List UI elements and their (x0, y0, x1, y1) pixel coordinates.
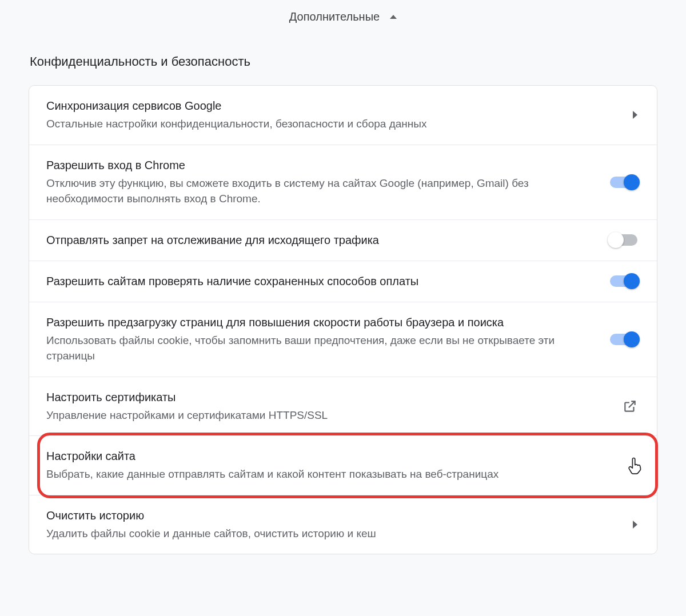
advanced-label: Дополнительные (289, 10, 380, 23)
row-title: Синхронизация сервисов Google (46, 98, 616, 114)
row-title: Разрешить предзагрузку страниц для повыш… (46, 315, 593, 330)
row-title: Настроить сертификаты (46, 390, 605, 405)
advanced-toggle[interactable]: Дополнительные (0, 0, 686, 31)
row-payment-check: Разрешить сайтам проверять наличие сохра… (29, 261, 657, 302)
row-subtitle: Отключив эту функцию, вы сможете входить… (46, 175, 593, 207)
row-text: Разрешить вход в Chrome Отключив эту фун… (46, 158, 610, 207)
row-title: Очистить историю (46, 508, 616, 523)
row-preload-pages: Разрешить предзагрузку страниц для повыш… (29, 302, 657, 377)
row-do-not-track: Отправлять запрет на отслеживание для ис… (29, 220, 657, 261)
row-subtitle: Удалить файлы cookie и данные сайтов, оч… (46, 526, 616, 542)
toggle-allow-signin[interactable] (610, 177, 637, 188)
chevron-right-icon (633, 111, 637, 119)
row-subtitle: Выбрать, какие данные отправлять сайтам … (46, 466, 616, 482)
row-text: Разрешить сайтам проверять наличие сохра… (46, 274, 610, 289)
chevron-right-icon (633, 521, 637, 529)
row-clear-history[interactable]: Очистить историю Удалить файлы cookie и … (29, 495, 657, 554)
row-text: Очистить историю Удалить файлы cookie и … (46, 508, 633, 542)
row-text: Синхронизация сервисов Google Остальные … (46, 98, 633, 132)
settings-card: Синхронизация сервисов Google Остальные … (29, 85, 657, 554)
row-text: Настроить сертификаты Управление настрой… (46, 390, 623, 423)
row-title: Разрешить вход в Chrome (46, 158, 593, 173)
chevron-up-icon (390, 15, 397, 19)
row-text: Разрешить предзагрузку страниц для повыш… (46, 315, 610, 364)
row-subtitle: Использовать файлы cookie, чтобы запомни… (46, 333, 593, 364)
row-certificates[interactable]: Настроить сертификаты Управление настрой… (29, 377, 657, 437)
external-link-icon (623, 399, 637, 414)
row-title: Настройки сайта (46, 449, 616, 464)
row-text: Отправлять запрет на отслеживание для ис… (46, 233, 610, 248)
privacy-section: Конфиденциальность и безопасность Синхро… (29, 54, 657, 554)
row-subtitle: Остальные настройки конфиденциальности, … (46, 116, 616, 132)
toggle-do-not-track[interactable] (610, 234, 637, 246)
chevron-right-icon (633, 462, 637, 470)
row-text: Настройки сайта Выбрать, какие данные от… (46, 449, 633, 482)
row-title: Отправлять запрет на отслеживание для ис… (46, 233, 593, 248)
toggle-payment-check[interactable] (610, 275, 637, 287)
row-subtitle: Управление настройками и сертификатами H… (46, 407, 605, 423)
row-allow-signin: Разрешить вход в Chrome Отключив эту фун… (29, 145, 657, 220)
toggle-preload-pages[interactable] (610, 334, 637, 345)
row-title: Разрешить сайтам проверять наличие сохра… (46, 274, 593, 289)
row-sync-google[interactable]: Синхронизация сервисов Google Остальные … (29, 86, 657, 145)
row-site-settings[interactable]: Настройки сайта Выбрать, какие данные от… (29, 436, 657, 495)
section-title: Конфиденциальность и безопасность (30, 54, 657, 69)
